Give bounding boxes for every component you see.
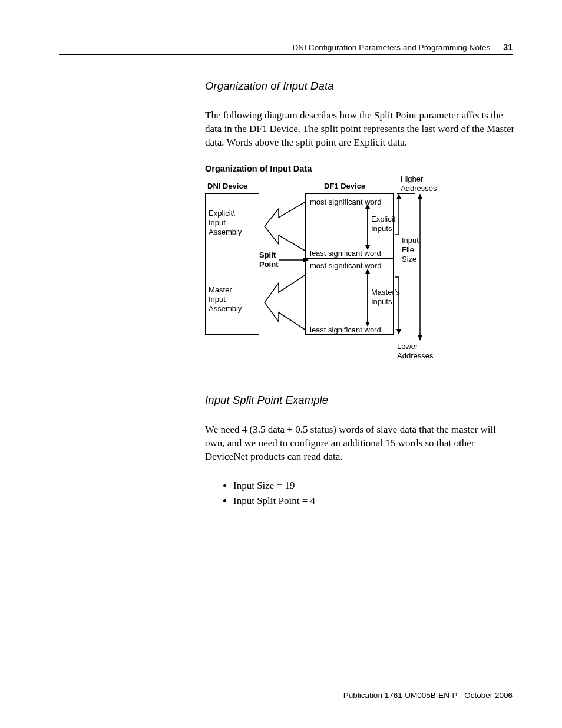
section2-paragraph: We need 4 (3.5 data + 0.5 status) words … — [205, 423, 517, 464]
lsw-2: least significant word — [310, 325, 381, 335]
address-arrow — [416, 193, 424, 341]
section-heading-example: Input Split Point Example — [205, 394, 517, 407]
block-arrow-master — [261, 270, 308, 335]
lower-tick — [397, 335, 415, 336]
bullet-list: Input Size = 19 Input Split Point = 4 — [233, 478, 517, 509]
explicit-inputs-arrow — [364, 204, 371, 250]
header-title: DNI Configuration Parameters and Program… — [292, 43, 490, 52]
section-heading-organization: Organization of Input Data — [205, 80, 517, 93]
section1-paragraph: The following diagram describes how the … — [205, 109, 517, 150]
bullet-input-size: Input Size = 19 — [233, 478, 517, 493]
svg-marker-18 — [418, 335, 422, 341]
svg-marker-5 — [365, 322, 370, 327]
page-number: 31 — [503, 42, 513, 52]
master-assembly-label: Master Input Assembly — [209, 285, 242, 314]
higher-addresses-label: Higher Addresses — [401, 174, 437, 194]
header-rule — [59, 54, 513, 55]
explicit-inputs-label: Explicit Inputs — [371, 215, 395, 234]
svg-marker-6 — [265, 202, 306, 251]
svg-marker-12 — [396, 193, 401, 199]
lower-addresses-label: Lower Addresses — [397, 342, 433, 361]
explicit-assembly-label: Explicit\ Input Assembly — [209, 209, 242, 238]
svg-marker-13 — [396, 329, 401, 335]
bullet-split-point: Input Split Point = 4 — [233, 493, 517, 509]
lsw-1: least significant word — [310, 249, 381, 258]
diagram-title: Organization of Input Data — [205, 164, 517, 173]
dni-device-label: DNI Device — [207, 182, 247, 191]
svg-marker-7 — [265, 275, 306, 330]
diagram-input-data: DNI Device DF1 Device Explicit\ Input As… — [205, 182, 452, 369]
svg-marker-9 — [303, 258, 309, 262]
svg-marker-4 — [365, 269, 370, 274]
df1-device-label: DF1 Device — [324, 182, 365, 191]
masters-inputs-arrow — [364, 269, 371, 327]
block-arrow-explicit — [261, 197, 308, 256]
page-header: DNI Configuration Parameters and Program… — [292, 42, 513, 52]
svg-marker-1 — [365, 204, 370, 209]
higher-tick — [397, 193, 415, 195]
svg-marker-2 — [365, 245, 370, 250]
split-point-arrow — [279, 257, 309, 263]
input-file-size-arrow — [395, 193, 403, 335]
publication-footer: Publication 1761-UM005B-EN-P - October 2… — [343, 691, 513, 700]
svg-marker-17 — [418, 193, 422, 199]
